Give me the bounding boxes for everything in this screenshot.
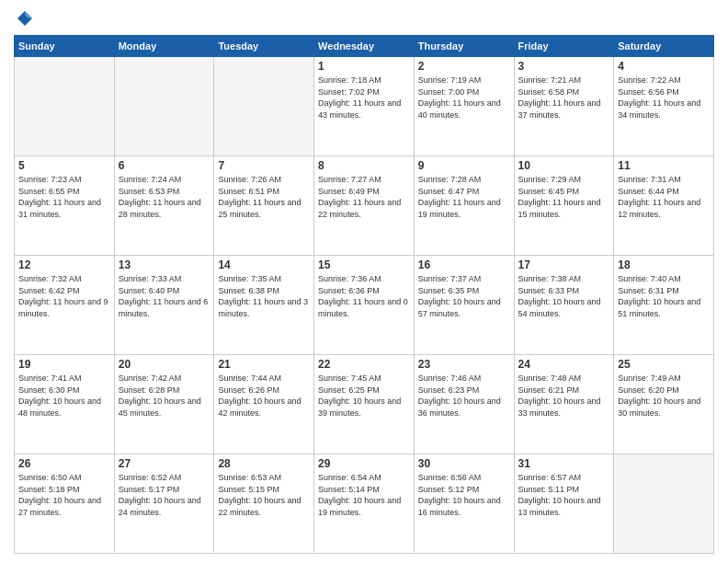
day-info: Sunrise: 7:29 AMSunset: 6:45 PMDaylight:… — [518, 175, 601, 219]
day-info: Sunrise: 7:40 AMSunset: 6:31 PMDaylight:… — [618, 274, 700, 318]
page: SundayMondayTuesdayWednesdayThursdayFrid… — [0, 0, 728, 563]
day-number: 17 — [518, 259, 610, 271]
weekday-header-wednesday: Wednesday — [314, 36, 415, 57]
calendar-cell: 18Sunrise: 7:40 AMSunset: 6:31 PMDayligh… — [614, 256, 714, 355]
day-number: 11 — [618, 159, 710, 172]
day-number: 18 — [618, 259, 710, 271]
calendar-cell: 11Sunrise: 7:31 AMSunset: 6:44 PMDayligh… — [614, 156, 714, 256]
day-info: Sunrise: 7:41 AMSunset: 6:30 PMDaylight:… — [18, 373, 101, 418]
calendar-cell: 6Sunrise: 7:24 AMSunset: 6:53 PMDaylight… — [114, 156, 214, 256]
day-info: Sunrise: 7:24 AMSunset: 6:53 PMDaylight:… — [119, 175, 201, 219]
calendar-cell: 24Sunrise: 7:48 AMSunset: 6:21 PMDayligh… — [514, 355, 614, 454]
day-number: 15 — [318, 259, 410, 271]
calendar-cell: 5Sunrise: 7:23 AMSunset: 6:55 PMDaylight… — [15, 156, 115, 256]
day-number: 23 — [418, 358, 510, 371]
day-info: Sunrise: 6:56 AMSunset: 5:12 PMDaylight:… — [418, 473, 501, 517]
calendar-cell: 27Sunrise: 6:52 AMSunset: 5:17 PMDayligh… — [114, 454, 214, 554]
calendar-cell: 28Sunrise: 6:53 AMSunset: 5:15 PMDayligh… — [214, 454, 314, 554]
calendar-cell: 20Sunrise: 7:42 AMSunset: 6:28 PMDayligh… — [114, 355, 214, 454]
calendar-cell — [614, 454, 714, 554]
day-info: Sunrise: 7:42 AMSunset: 6:28 PMDaylight:… — [119, 373, 201, 418]
day-number: 20 — [119, 358, 210, 371]
day-info: Sunrise: 6:50 AMSunset: 5:18 PMDaylight:… — [18, 473, 101, 517]
day-number: 4 — [618, 60, 710, 73]
calendar-cell: 14Sunrise: 7:35 AMSunset: 6:38 PMDayligh… — [214, 256, 314, 355]
calendar-cell: 25Sunrise: 7:49 AMSunset: 6:20 PMDayligh… — [614, 355, 714, 454]
day-number: 9 — [418, 159, 510, 172]
day-info: Sunrise: 7:44 AMSunset: 6:26 PMDaylight:… — [218, 373, 301, 418]
day-info: Sunrise: 6:57 AMSunset: 5:11 PMDaylight:… — [518, 473, 601, 517]
day-info: Sunrise: 7:23 AMSunset: 6:55 PMDaylight:… — [18, 175, 101, 219]
weekday-header-sunday: Sunday — [15, 36, 115, 57]
calendar-cell: 4Sunrise: 7:22 AMSunset: 6:56 PMDaylight… — [614, 57, 714, 156]
day-number: 26 — [18, 457, 110, 470]
day-number: 1 — [318, 60, 410, 73]
weekday-header-thursday: Thursday — [414, 36, 514, 57]
day-number: 12 — [18, 259, 110, 271]
day-number: 25 — [618, 358, 710, 371]
day-info: Sunrise: 7:21 AMSunset: 6:58 PMDaylight:… — [518, 75, 601, 120]
day-info: Sunrise: 7:19 AMSunset: 7:00 PMDaylight:… — [418, 75, 501, 120]
day-info: Sunrise: 7:35 AMSunset: 6:38 PMDaylight:… — [218, 274, 308, 318]
day-number: 5 — [18, 159, 110, 172]
calendar-cell — [15, 57, 115, 156]
week-row-4: 19Sunrise: 7:41 AMSunset: 6:30 PMDayligh… — [15, 355, 714, 454]
calendar-cell: 10Sunrise: 7:29 AMSunset: 6:45 PMDayligh… — [514, 156, 614, 256]
day-info: Sunrise: 7:46 AMSunset: 6:23 PMDaylight:… — [418, 373, 501, 418]
day-info: Sunrise: 7:37 AMSunset: 6:35 PMDaylight:… — [418, 274, 501, 318]
week-row-1: 1Sunrise: 7:18 AMSunset: 7:02 PMDaylight… — [15, 57, 714, 156]
day-number: 24 — [518, 358, 610, 371]
weekday-header-row: SundayMondayTuesdayWednesdayThursdayFrid… — [15, 36, 714, 57]
calendar-cell: 3Sunrise: 7:21 AMSunset: 6:58 PMDaylight… — [514, 57, 614, 156]
week-row-2: 5Sunrise: 7:23 AMSunset: 6:55 PMDaylight… — [15, 156, 714, 256]
day-number: 2 — [418, 60, 510, 73]
calendar-cell: 31Sunrise: 6:57 AMSunset: 5:11 PMDayligh… — [514, 454, 614, 554]
calendar-cell: 22Sunrise: 7:45 AMSunset: 6:25 PMDayligh… — [314, 355, 415, 454]
day-number: 3 — [518, 60, 610, 73]
day-info: Sunrise: 7:45 AMSunset: 6:25 PMDaylight:… — [318, 373, 401, 418]
day-info: Sunrise: 6:53 AMSunset: 5:15 PMDaylight:… — [218, 473, 301, 517]
day-number: 13 — [119, 259, 210, 271]
day-number: 21 — [218, 358, 310, 371]
calendar-cell: 2Sunrise: 7:19 AMSunset: 7:00 PMDaylight… — [414, 57, 514, 156]
week-row-5: 26Sunrise: 6:50 AMSunset: 5:18 PMDayligh… — [15, 454, 714, 554]
day-number: 31 — [518, 457, 610, 470]
calendar-cell: 21Sunrise: 7:44 AMSunset: 6:26 PMDayligh… — [214, 355, 314, 454]
day-info: Sunrise: 6:52 AMSunset: 5:17 PMDaylight:… — [119, 473, 201, 517]
day-info: Sunrise: 7:18 AMSunset: 7:02 PMDaylight:… — [318, 75, 401, 120]
calendar-cell: 13Sunrise: 7:33 AMSunset: 6:40 PMDayligh… — [114, 256, 214, 355]
calendar-cell: 17Sunrise: 7:38 AMSunset: 6:33 PMDayligh… — [514, 256, 614, 355]
day-info: Sunrise: 7:31 AMSunset: 6:44 PMDaylight:… — [618, 175, 700, 219]
day-info: Sunrise: 7:48 AMSunset: 6:21 PMDaylight:… — [518, 373, 601, 418]
weekday-header-monday: Monday — [114, 36, 214, 57]
calendar-cell: 30Sunrise: 6:56 AMSunset: 5:12 PMDayligh… — [414, 454, 514, 554]
calendar-cell — [214, 57, 314, 156]
day-number: 6 — [119, 159, 210, 172]
calendar-cell: 29Sunrise: 6:54 AMSunset: 5:14 PMDayligh… — [314, 454, 415, 554]
calendar-cell: 8Sunrise: 7:27 AMSunset: 6:49 PMDaylight… — [314, 156, 415, 256]
day-number: 7 — [218, 159, 310, 172]
calendar-cell: 9Sunrise: 7:28 AMSunset: 6:47 PMDaylight… — [414, 156, 514, 256]
calendar-cell: 19Sunrise: 7:41 AMSunset: 6:30 PMDayligh… — [15, 355, 115, 454]
day-info: Sunrise: 7:38 AMSunset: 6:33 PMDaylight:… — [518, 274, 601, 318]
day-info: Sunrise: 7:26 AMSunset: 6:51 PMDaylight:… — [218, 175, 301, 219]
day-number: 22 — [318, 358, 410, 371]
day-number: 10 — [518, 159, 610, 172]
day-number: 27 — [119, 457, 210, 470]
day-number: 14 — [218, 259, 310, 271]
calendar: SundayMondayTuesdayWednesdayThursdayFrid… — [14, 35, 714, 554]
day-number: 28 — [218, 457, 310, 470]
day-number: 30 — [418, 457, 510, 470]
calendar-cell: 1Sunrise: 7:18 AMSunset: 7:02 PMDaylight… — [314, 57, 415, 156]
calendar-cell: 26Sunrise: 6:50 AMSunset: 5:18 PMDayligh… — [15, 454, 115, 554]
day-info: Sunrise: 7:36 AMSunset: 6:36 PMDaylight:… — [318, 274, 408, 318]
day-info: Sunrise: 7:32 AMSunset: 6:42 PMDaylight:… — [18, 274, 108, 318]
weekday-header-tuesday: Tuesday — [214, 36, 314, 57]
day-number: 8 — [318, 159, 410, 172]
weekday-header-friday: Friday — [514, 36, 614, 57]
calendar-cell: 16Sunrise: 7:37 AMSunset: 6:35 PMDayligh… — [414, 256, 514, 355]
calendar-cell: 7Sunrise: 7:26 AMSunset: 6:51 PMDaylight… — [214, 156, 314, 256]
header — [14, 9, 714, 28]
day-info: Sunrise: 7:33 AMSunset: 6:40 PMDaylight:… — [119, 274, 209, 318]
day-info: Sunrise: 7:28 AMSunset: 6:47 PMDaylight:… — [418, 175, 501, 219]
